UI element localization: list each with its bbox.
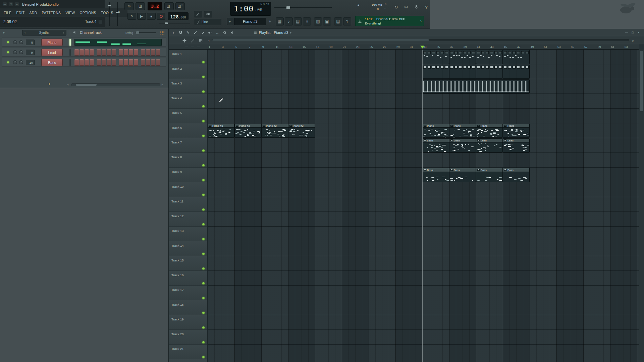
channel-display-grid-icon[interactable] <box>160 31 165 35</box>
playlist-minimize-icon[interactable]: — <box>624 30 629 35</box>
track-led[interactable] <box>202 135 205 137</box>
pattern-picker-button[interactable]: ▸ <box>227 18 233 25</box>
countdown-icon[interactable]: Ш○ <box>175 2 185 10</box>
step-cell[interactable] <box>129 59 133 66</box>
minimize-icon[interactable]: — <box>3 2 7 6</box>
channel-button-lead[interactable]: Lead <box>41 49 63 56</box>
clip-lead[interactable]: Lead <box>449 138 476 153</box>
clip-piano[interactable]: Piano <box>422 124 449 138</box>
clip-pattern[interactable] <box>503 50 530 64</box>
playlist-vertical-scrollbar[interactable] <box>639 50 644 362</box>
playlist-maximize-icon[interactable]: □ <box>630 30 635 35</box>
channel-group-selector[interactable]: ◂ Synths ▸ <box>22 30 66 36</box>
track-header-17[interactable]: Track 17 <box>169 286 208 300</box>
step-cell[interactable] <box>79 59 84 66</box>
brush-icon[interactable] <box>194 11 202 17</box>
channel-led[interactable] <box>7 41 9 43</box>
step-cell[interactable] <box>156 49 160 56</box>
record-button[interactable] <box>157 13 165 20</box>
track-led[interactable] <box>202 120 205 122</box>
channel-select-indicator[interactable] <box>69 59 71 66</box>
typing-keyboard-icon[interactable]: ⊕ <box>124 2 134 10</box>
track-led[interactable] <box>202 194 205 196</box>
menu-item-tools[interactable]: TOOLS <box>99 11 116 15</box>
clip-pattern[interactable] <box>503 65 530 79</box>
channel-rack-icon[interactable]: ▤ <box>294 17 302 25</box>
restore-icon[interactable]: □ <box>9 2 13 6</box>
step-cell[interactable] <box>112 59 116 66</box>
track-led[interactable] <box>202 76 205 78</box>
volume-knob[interactable] <box>19 60 23 64</box>
pattern-add-button[interactable]: + <box>267 19 272 24</box>
rack-menu-icon[interactable]: ▸ <box>3 31 5 34</box>
clip-lead[interactable]: Lead <box>503 138 530 153</box>
group-prev-icon[interactable]: ◂ <box>24 32 25 34</box>
playlist-collapse-icon[interactable]: ▸ <box>171 30 177 35</box>
clip-piano-2[interactable]: Piano #2 <box>261 124 288 138</box>
group-next-icon[interactable]: ▸ <box>63 32 64 34</box>
track-header-12[interactable]: Track 12 <box>169 212 208 227</box>
clip-piano-2[interactable]: Piano #2 <box>288 124 315 138</box>
pattern-selector[interactable]: Piano #3 <box>234 18 266 25</box>
track-led[interactable] <box>202 326 205 329</box>
step-cell[interactable] <box>97 59 101 66</box>
scrollbar-thumb[interactable] <box>640 51 643 112</box>
clip-pattern[interactable] <box>449 50 476 64</box>
track-header-7[interactable]: Track 7 <box>169 138 208 153</box>
tempo-display[interactable]: 128.000 <box>168 12 189 20</box>
step-cell[interactable] <box>107 49 111 56</box>
menu-item-add[interactable]: ADD <box>27 11 40 15</box>
track-header-3[interactable]: Track 3 <box>169 79 208 94</box>
zoom-tool-icon[interactable] <box>222 30 228 35</box>
paint-tool-icon[interactable] <box>192 30 198 35</box>
track-header-6[interactable]: Track 6 <box>169 123 208 138</box>
clip-pattern[interactable] <box>476 65 503 79</box>
wait-for-input-icon[interactable]: Ш+ <box>164 2 174 10</box>
main-pitch-slider[interactable] <box>116 2 119 26</box>
slice-icon[interactable]: ✂ <box>402 3 410 11</box>
step-cell[interactable] <box>112 49 116 56</box>
timeline-ruler[interactable]: 1357911131517192123252729313335373941434… <box>169 44 639 50</box>
step-cell[interactable] <box>85 59 89 66</box>
step-cell[interactable] <box>156 59 160 66</box>
volume-knob[interactable] <box>19 40 23 44</box>
step-cell[interactable] <box>119 49 123 56</box>
track-led[interactable] <box>202 282 205 285</box>
channel-led[interactable] <box>7 61 9 63</box>
playlist-title-caret-icon[interactable]: ▸ <box>290 31 292 34</box>
volume-knob[interactable] <box>19 50 23 54</box>
sale-banner[interactable]: 14.12 EOY SALE 30% OFF Everything! › <box>355 16 424 26</box>
track-header-11[interactable]: Track 11 <box>169 197 208 212</box>
sale-chevron-icon[interactable]: › <box>420 18 422 23</box>
track-header-15[interactable]: Track 15 <box>169 256 208 271</box>
step-cell[interactable] <box>90 59 94 66</box>
menu-item-options[interactable]: OPTIONS <box>77 11 98 15</box>
step-cell[interactable] <box>134 59 138 66</box>
channel-button-bass[interactable]: Bass <box>41 59 63 66</box>
main-volume-slider[interactable] <box>108 2 111 26</box>
slip-tool-icon[interactable]: ↔ <box>214 30 220 35</box>
step-cell[interactable] <box>141 59 145 66</box>
pattern-preview[interactable] <box>74 39 162 46</box>
step-cell[interactable] <box>151 49 155 56</box>
shuttle-slider[interactable] <box>159 22 190 24</box>
delete-tool-icon[interactable] <box>200 30 206 35</box>
clip-bass[interactable]: Bass <box>449 168 476 182</box>
step-cell[interactable] <box>107 59 111 66</box>
track-led[interactable] <box>202 341 205 344</box>
track-header-18[interactable]: Track 18 <box>169 300 208 315</box>
track-header-16[interactable]: Track 16 <box>169 271 208 286</box>
channel-select-indicator[interactable] <box>69 49 71 56</box>
step-cell[interactable] <box>146 59 150 66</box>
channel-led[interactable] <box>7 51 9 53</box>
track-led[interactable] <box>202 267 205 270</box>
track-header-9[interactable]: Track 9 <box>169 168 208 182</box>
move-tool-icon[interactable] <box>181 38 187 43</box>
playlist-close-icon[interactable]: × <box>636 30 641 35</box>
track-header-14[interactable]: Track 14 <box>169 241 208 256</box>
step-cell[interactable] <box>74 59 79 66</box>
link-icon[interactable] <box>204 11 212 17</box>
mute-tool-icon[interactable] <box>207 30 213 35</box>
track-header-13[interactable]: Track 13 <box>169 227 208 241</box>
scroll-left-icon[interactable]: ◂ <box>206 38 212 43</box>
